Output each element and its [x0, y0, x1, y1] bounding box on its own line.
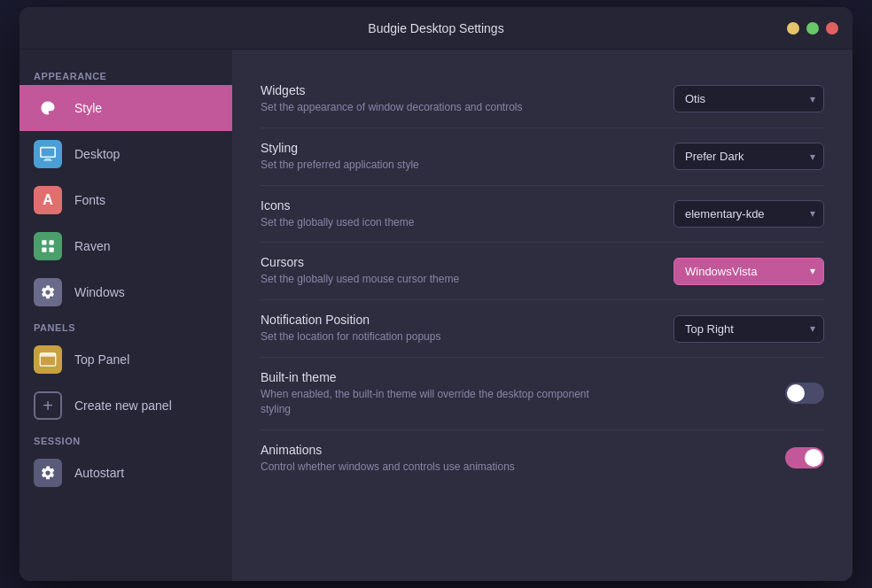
builtin-theme-desc: When enabled, the built-in theme will ov…	[261, 387, 597, 417]
main-window: Budgie Desktop Settings Appearance Style…	[19, 7, 853, 581]
widgets-title: Widgets	[261, 83, 665, 97]
cursors-info: Cursors Set the globally used mouse curs…	[261, 255, 665, 287]
main-content: Widgets Set the appearance of window dec…	[232, 50, 853, 581]
notification-dropdown-wrapper: Top Right Right Top	[673, 315, 824, 343]
panels-section-label: Panels	[19, 315, 232, 337]
icons-setting: Icons Set the globally used icon theme e…	[261, 186, 824, 244]
sidebar-item-desktop[interactable]: Desktop	[19, 131, 232, 177]
style-icon	[34, 94, 62, 122]
autostart-label: Autostart	[74, 466, 124, 480]
widgets-dropdown[interactable]: Otis	[673, 85, 824, 112]
titlebar: Budgie Desktop Settings	[19, 7, 853, 50]
session-section-label: Session	[19, 429, 232, 450]
cursors-dropdown-wrapper: WindowsVista	[673, 258, 824, 285]
animations-title: Animations	[261, 443, 665, 457]
sidebar-item-raven[interactable]: Raven	[19, 223, 232, 269]
notification-setting: Notification Position Set the location f…	[261, 300, 824, 358]
raven-label: Raven	[74, 239, 110, 253]
styling-desc: Set the preferred application style	[261, 158, 597, 173]
appearance-section-label: Appearance	[19, 64, 232, 85]
svg-point-3	[51, 106, 53, 109]
sidebar: Appearance Style Desktop A Fonts	[19, 50, 232, 581]
svg-rect-9	[50, 240, 54, 244]
style-label: Style	[74, 101, 102, 115]
animations-info: Animations Control whether windows and c…	[261, 443, 665, 475]
desktop-label: Desktop	[74, 147, 120, 161]
close-button[interactable]	[826, 22, 838, 35]
notification-dropdown[interactable]: Top Right Right Top	[673, 315, 824, 343]
cursors-title: Cursors	[261, 255, 665, 269]
minimize-button[interactable]	[787, 22, 799, 35]
svg-point-1	[45, 104, 48, 106]
autostart-icon	[34, 459, 62, 487]
windows-icon	[34, 278, 62, 306]
window-controls	[787, 22, 838, 35]
fonts-label: Fonts	[74, 193, 105, 207]
desktop-icon	[34, 140, 62, 168]
builtin-theme-control	[665, 383, 824, 404]
svg-rect-5	[42, 148, 55, 156]
styling-control: Prefer Dark	[665, 143, 824, 170]
create-panel-label: Create new panel	[74, 398, 172, 413]
icons-dropdown-wrapper: elementary-kde	[673, 200, 824, 228]
builtin-theme-toggle-knob	[787, 384, 805, 402]
svg-rect-6	[45, 159, 51, 160]
content-area: Appearance Style Desktop A Fonts	[19, 50, 853, 581]
animations-setting: Animations Control whether windows and c…	[261, 430, 824, 487]
builtin-theme-title: Built-in theme	[261, 370, 665, 384]
raven-icon	[34, 232, 62, 260]
windows-label: Windows	[74, 285, 125, 299]
top-panel-label: Top Panel	[74, 352, 129, 367]
animations-desc: Control whether windows and controls use…	[261, 460, 597, 475]
svg-rect-13	[40, 353, 56, 357]
animations-toggle[interactable]	[785, 447, 824, 468]
sidebar-item-autostart[interactable]: Autostart	[19, 450, 232, 496]
notification-title: Notification Position	[261, 313, 665, 327]
maximize-button[interactable]	[806, 22, 819, 35]
icons-dropdown[interactable]: elementary-kde	[673, 200, 824, 228]
window-title: Budgie Desktop Settings	[368, 21, 503, 35]
widgets-info: Widgets Set the appearance of window dec…	[261, 83, 665, 115]
animations-toggle-knob	[805, 449, 822, 467]
svg-rect-8	[42, 240, 46, 244]
svg-rect-10	[42, 248, 46, 252]
builtin-theme-toggle[interactable]	[785, 383, 824, 404]
icons-control: elementary-kde	[665, 200, 824, 228]
sidebar-item-windows[interactable]: Windows	[19, 269, 232, 315]
styling-title: Styling	[261, 141, 665, 155]
icons-title: Icons	[261, 198, 665, 213]
notification-control: Top Right Right Top	[665, 315, 824, 343]
svg-rect-11	[50, 248, 54, 252]
svg-point-2	[49, 104, 51, 106]
notification-info: Notification Position Set the location f…	[261, 313, 665, 344]
icons-desc: Set the globally used icon theme	[261, 215, 597, 230]
widgets-dropdown-wrapper: Otis	[673, 85, 824, 112]
top-panel-icon	[34, 345, 62, 374]
animations-control	[665, 447, 824, 468]
builtin-theme-setting: Built-in theme When enabled, the built-i…	[261, 358, 824, 430]
sidebar-item-fonts[interactable]: A Fonts	[19, 177, 232, 223]
cursors-desc: Set the globally used mouse cursor theme	[261, 272, 597, 287]
styling-dropdown-wrapper: Prefer Dark	[673, 143, 824, 170]
styling-setting: Styling Set the preferred application st…	[261, 128, 824, 186]
sidebar-item-style[interactable]: Style	[19, 85, 232, 131]
icons-info: Icons Set the globally used icon theme	[261, 198, 665, 230]
svg-point-0	[43, 106, 45, 109]
fonts-icon: A	[34, 186, 62, 214]
styling-info: Styling Set the preferred application st…	[261, 141, 665, 173]
svg-rect-7	[43, 160, 52, 161]
styling-dropdown[interactable]: Prefer Dark	[673, 143, 824, 170]
builtin-theme-info: Built-in theme When enabled, the built-i…	[261, 370, 665, 417]
notification-desc: Set the location for notification popups	[261, 329, 597, 344]
widgets-control: Otis	[665, 85, 824, 112]
widgets-setting: Widgets Set the appearance of window dec…	[261, 71, 824, 128]
create-panel-icon: +	[34, 391, 62, 420]
sidebar-item-create-panel[interactable]: + Create new panel	[19, 383, 232, 429]
cursors-setting: Cursors Set the globally used mouse curs…	[261, 243, 824, 300]
sidebar-item-top-panel[interactable]: Top Panel	[19, 337, 232, 383]
cursors-dropdown[interactable]: WindowsVista	[673, 258, 824, 285]
cursors-control: WindowsVista	[665, 258, 824, 285]
widgets-desc: Set the appearance of window decorations…	[261, 100, 597, 115]
